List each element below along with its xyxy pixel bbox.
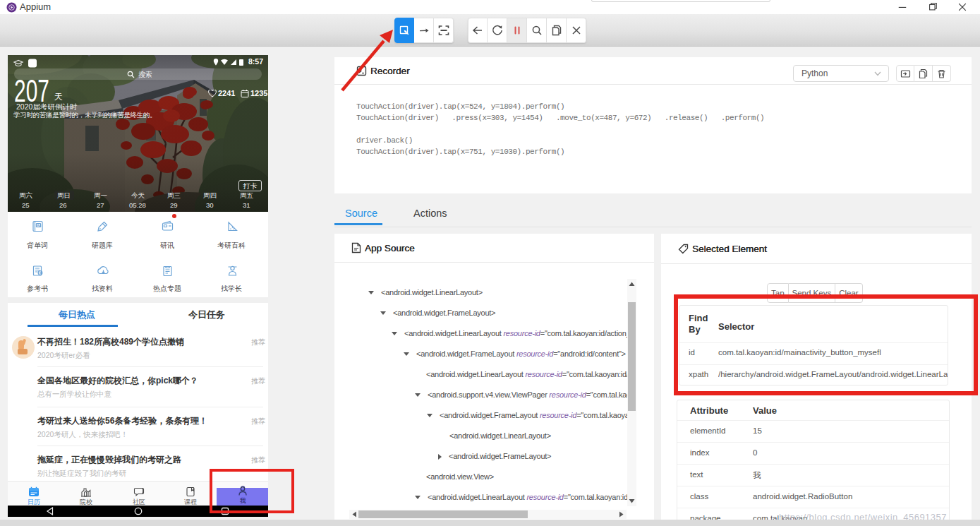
svg-text:Aa: Aa [37,224,41,227]
